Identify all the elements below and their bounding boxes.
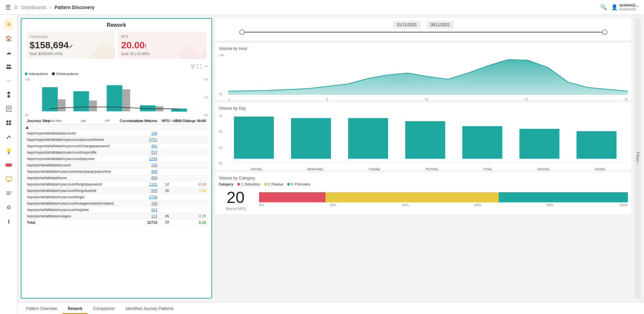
sidebar-item-grid[interactable] bbox=[3, 117, 15, 129]
total-wow: 0.10 bbox=[171, 219, 208, 226]
vol-cell[interactable]: 2736 bbox=[117, 194, 159, 200]
svg-line-16 bbox=[9, 137, 9, 138]
tab-rework[interactable]: Rework bbox=[62, 304, 88, 314]
svg-rect-25 bbox=[42, 87, 58, 111]
vbh-y-top: 20K bbox=[219, 54, 228, 57]
bar-label-0: Desktop Web bbox=[44, 119, 62, 122]
sidebar-item-forms[interactable] bbox=[3, 103, 15, 115]
tab-pattern-overview[interactable]: Pattern Overview bbox=[21, 304, 62, 314]
detractors-label: 1. Detractors bbox=[241, 182, 260, 186]
breadcrumb-current: Pattern Discovery bbox=[54, 5, 94, 10]
breadcrumb: Dashboards > Pattern Discovery bbox=[21, 5, 95, 10]
volume-by-day-chart: 3K 2K 1K 0K bbox=[219, 113, 628, 166]
more-options-icon[interactable]: ⋯ bbox=[203, 64, 208, 69]
bar-chart-svg bbox=[34, 77, 199, 117]
sidebar-item-home[interactable]: 🏠 bbox=[3, 32, 15, 44]
vol-cell[interactable]: 1101 bbox=[117, 181, 159, 188]
table-row: /wps/portal/altdata/myaccount/forgotpass… bbox=[25, 181, 208, 188]
total-row: Total 12710 77 0.10 bbox=[25, 219, 208, 226]
sidebar-item-status[interactable] bbox=[3, 159, 15, 171]
vbd-y-2k: 2K bbox=[219, 130, 228, 133]
slider-fill bbox=[239, 32, 607, 33]
tab-identified-journey-patterns[interactable]: Identified Journey Patterns bbox=[120, 304, 179, 314]
passive-dot bbox=[264, 183, 267, 186]
vol-cell[interactable]: 106 bbox=[117, 130, 159, 137]
vol-cell[interactable]: 106 bbox=[117, 162, 159, 168]
table-row: /wps/portal/altdata/myaccount/waystopay/… bbox=[25, 168, 208, 175]
svg-rect-9 bbox=[9, 120, 11, 122]
vol-cell[interactable]: 113 bbox=[117, 213, 159, 219]
dashboard-icon: ⊡ bbox=[14, 5, 18, 10]
vbh-x-15: 15 bbox=[525, 98, 528, 101]
menu-icon[interactable]: ☰ bbox=[5, 4, 11, 11]
bottom-tabs: Pattern Overview Rework Comparison Ident… bbox=[17, 302, 644, 314]
cost-checkmark: ✓ bbox=[69, 44, 73, 49]
sidebar-item-add[interactable]: ⊕ bbox=[3, 18, 15, 30]
vol-cell[interactable]: 100 bbox=[117, 200, 159, 207]
cost-bg-shape bbox=[88, 39, 115, 59]
slider-handle-right[interactable] bbox=[602, 30, 607, 35]
vol-cell[interactable]: 257 bbox=[117, 149, 159, 156]
detractors-dot bbox=[237, 183, 240, 186]
sidebar-item-analytics[interactable] bbox=[3, 131, 15, 143]
step-cell: /wps/portal/altdata/myaccount/outages/re… bbox=[25, 200, 117, 207]
svg-rect-38 bbox=[291, 118, 331, 159]
user-name: system@... bbox=[619, 3, 639, 7]
sidebar-item-settings[interactable]: ⚙ bbox=[3, 201, 15, 213]
vol-cell[interactable]: 3721 bbox=[117, 137, 159, 143]
wow-cell bbox=[171, 149, 208, 156]
svg-rect-40 bbox=[405, 121, 445, 159]
topbar-right: 🔍 👤 system@... acadianfin5 bbox=[600, 3, 639, 11]
volume-by-hour-chart: 20K 0K bbox=[219, 53, 628, 97]
sidebar-item-dot[interactable] bbox=[3, 89, 15, 101]
sidebar-item-list[interactable] bbox=[3, 187, 15, 199]
vbd-x-fri: Friday bbox=[484, 167, 492, 171]
nps-cell bbox=[159, 168, 171, 175]
vol-cell[interactable]: 405 bbox=[117, 168, 159, 175]
vbd-x-sun: Sunday bbox=[595, 167, 605, 171]
nps-cell bbox=[159, 156, 171, 162]
slider-track bbox=[239, 32, 607, 33]
total-nps: 77 bbox=[159, 219, 171, 226]
date-start[interactable]: 01/11/2021 bbox=[394, 21, 420, 28]
cat-legend-label: Category bbox=[219, 182, 233, 186]
topbar: ☰ ⊡ Dashboards > Pattern Discovery 🔍 👤 s… bbox=[0, 0, 644, 15]
rework-title: Rework bbox=[21, 19, 211, 32]
vol-cell[interactable]: 491 bbox=[117, 143, 159, 149]
date-slider[interactable] bbox=[239, 30, 607, 37]
filters-sidebar[interactable]: Filters › bbox=[635, 18, 641, 299]
vol-cell[interactable]: 858 bbox=[117, 175, 159, 181]
sidebar-item-monitor[interactable] bbox=[3, 173, 15, 185]
fullscreen-icon[interactable]: ⛶ bbox=[197, 64, 201, 69]
vol-cell[interactable]: 913 bbox=[117, 207, 159, 213]
vbd-x-wed: Wednesday bbox=[307, 167, 323, 171]
wow-cell bbox=[171, 194, 208, 200]
y-axis-right-top: 0.4 bbox=[199, 78, 208, 81]
vbd-x-mon: Monday bbox=[251, 167, 262, 171]
sidebar-item-more[interactable]: ⋯ bbox=[3, 74, 15, 87]
user-profile[interactable]: 👤 system@... acadianfin5 bbox=[611, 3, 639, 11]
breadcrumb-dashboards[interactable]: Dashboards bbox=[21, 5, 47, 10]
sidebar-item-cloud[interactable]: ☁ bbox=[3, 46, 15, 58]
search-icon[interactable]: 🔍 bbox=[600, 4, 607, 10]
nps-card: NPS 20.00! Goal: 35 (-42.86%) bbox=[118, 32, 207, 59]
filters-label: Filters bbox=[636, 152, 640, 162]
svg-point-3 bbox=[8, 67, 11, 69]
nps-max-value: 20 bbox=[219, 188, 252, 207]
sidebar-item-users[interactable] bbox=[3, 60, 15, 72]
date-end[interactable]: 18/11/2021 bbox=[427, 21, 453, 28]
legend-interactions: Interactions bbox=[29, 72, 48, 76]
tab-comparison[interactable]: Comparison bbox=[88, 304, 120, 314]
slider-handle-left[interactable] bbox=[239, 30, 245, 35]
vbh-x-20: 20 bbox=[625, 98, 628, 101]
vol-cell[interactable]: 1234 bbox=[117, 156, 159, 162]
volume-by-hour-title: Volume by Hour bbox=[219, 46, 628, 51]
vol-cell[interactable]: 569 bbox=[117, 188, 159, 194]
filter-icon[interactable]: ▽ bbox=[191, 64, 195, 69]
sidebar-item-lightbulb[interactable]: 💡 bbox=[3, 145, 15, 157]
svg-rect-26 bbox=[73, 91, 89, 111]
main-layout: ⊕ 🏠 ☁ ⋯ 💡 ⚙ ℹ bbox=[0, 15, 644, 314]
table-row: /wps/portal/altdata/account 106 bbox=[25, 162, 208, 168]
sidebar-item-info[interactable]: ℹ bbox=[3, 215, 15, 227]
step-cell: /wps/portal/altdata/myaccount/register bbox=[25, 207, 117, 213]
